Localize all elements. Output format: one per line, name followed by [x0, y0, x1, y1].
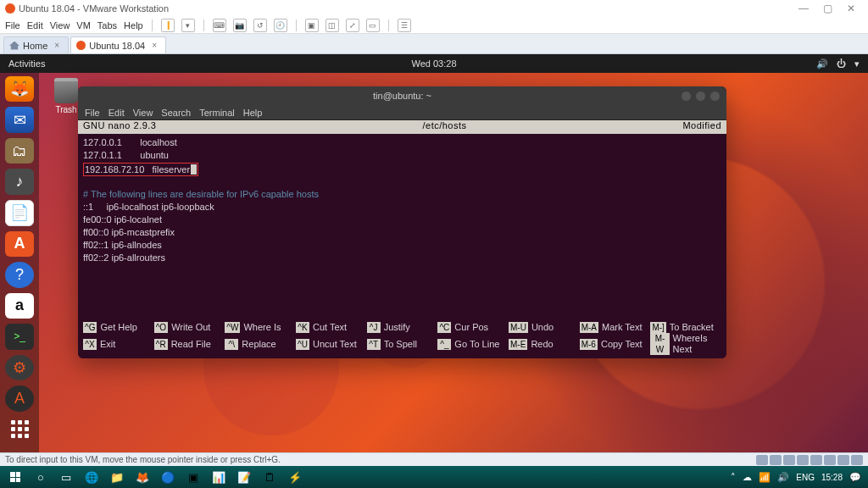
windows-system-tray[interactable]: ˄ ☁ 📶 🔊 ENG 15:28 💬 — [731, 472, 865, 483]
term-menu-help[interactable]: Help — [243, 108, 263, 118]
vmware-menubar: File Edit View VM Tabs Help || ▾ ⌨ 📷 ↺ 🕘… — [0, 17, 868, 34]
hosts-ipv6-line: fe00::0 ip6-localnet — [83, 214, 162, 225]
chevron-down-icon[interactable]: ▾ — [854, 58, 860, 69]
library-button[interactable]: ☰ — [398, 19, 411, 32]
taskbar-app1[interactable]: 📊 — [207, 468, 231, 486]
nano-header: GNU nano 2.9.3 /etc/hosts Modified — [78, 120, 726, 134]
nano-shortcut: ^XExit — [83, 333, 154, 355]
term-menu-edit[interactable]: Edit — [108, 108, 125, 118]
tray-onedrive-icon[interactable]: ☁ — [743, 472, 752, 483]
tray-language[interactable]: ENG — [796, 473, 815, 482]
vm-dropdown-button[interactable]: ▾ — [181, 19, 195, 32]
cortana-button[interactable]: ○ — [29, 468, 53, 486]
stretch-button[interactable]: ⤢ — [346, 19, 359, 32]
term-menu-view[interactable]: View — [133, 108, 153, 118]
vmware-status-bar: To direct input to this VM, move the mou… — [0, 452, 868, 466]
nano-shortcut: ^OWrite Out — [154, 322, 225, 333]
device-misc-icon[interactable] — [851, 455, 863, 465]
show-applications-button[interactable] — [5, 417, 34, 442]
menu-file[interactable]: File — [5, 20, 20, 30]
tray-volume-icon[interactable]: 🔊 — [777, 472, 789, 483]
manage-snapshot-button[interactable]: 🕘 — [274, 19, 287, 32]
nano-state: Modified — [637, 120, 721, 134]
menu-edit[interactable]: Edit — [27, 20, 43, 30]
system-tray[interactable]: 🔊 ⏻ ▾ — [816, 58, 860, 69]
taskbar-chrome[interactable]: 🔵 — [156, 468, 180, 486]
dock-libreoffice-writer[interactable]: 📄 — [5, 200, 34, 226]
dock-rhythmbox[interactable]: ♪ — [5, 169, 34, 194]
window-maximize-icon[interactable] — [696, 92, 705, 101]
tray-wifi-icon[interactable]: 📶 — [759, 472, 771, 483]
device-hdd-icon[interactable] — [756, 455, 768, 465]
power-icon[interactable]: ⏻ — [837, 58, 846, 69]
task-view-button[interactable]: ▭ — [54, 468, 78, 486]
taskbar-firefox[interactable]: 🦊 — [131, 468, 154, 486]
start-button[interactable] — [3, 468, 27, 486]
nano-editor-body[interactable]: 127.0.0.1 localhost 127.0.1.1 ubuntu 192… — [78, 134, 726, 320]
dock-firefox[interactable]: 🦊 — [5, 76, 34, 102]
nano-shortcut: M-AMark Text — [580, 322, 651, 333]
window-close-icon[interactable] — [710, 92, 720, 101]
pause-vm-button[interactable]: || — [161, 19, 175, 32]
term-menu-terminal[interactable]: Terminal — [199, 108, 235, 118]
device-usb-icon[interactable] — [797, 455, 809, 465]
dock-files[interactable]: 🗂 — [5, 138, 34, 164]
dock-terminal[interactable]: >_ — [5, 324, 34, 349]
nano-shortcut: ^RRead File — [154, 333, 225, 355]
activities-button[interactable]: Activities — [8, 58, 45, 69]
close-button[interactable]: ✕ — [839, 3, 863, 14]
nano-shortcut: M-6Copy Text — [580, 333, 651, 355]
device-cd-icon[interactable] — [770, 455, 782, 465]
menu-help[interactable]: Help — [124, 20, 143, 30]
unity-button[interactable]: ◫ — [326, 19, 339, 32]
menu-vm[interactable]: VM — [76, 20, 91, 30]
tray-chevron-up-icon[interactable]: ˄ — [731, 472, 736, 483]
taskbar-app2[interactable]: 📝 — [232, 468, 256, 486]
taskbar-vmware[interactable]: ▣ — [181, 468, 205, 486]
dock-settings[interactable]: ⚙ — [5, 355, 34, 380]
send-ctrl-alt-del-button[interactable]: ⌨ — [213, 19, 226, 32]
taskbar-explorer[interactable]: 📁 — [105, 468, 129, 486]
tray-notifications-icon[interactable]: 💬 — [849, 472, 861, 483]
snapshot-button[interactable]: 📷 — [233, 19, 247, 32]
tab-ubuntu-label: Ubuntu 18.04 — [89, 41, 145, 51]
tab-ubuntu[interactable]: Ubuntu 18.04 × — [70, 36, 166, 53]
dock-amazon[interactable]: a — [5, 293, 34, 319]
hosts-line-highlighted: 192.168.72.10 fileserver — [83, 163, 198, 176]
nano-shortcut: ^_Go To Line — [437, 333, 509, 355]
close-icon[interactable]: × — [152, 41, 157, 50]
nano-shortcut: ^KCut Text — [296, 322, 367, 333]
close-icon[interactable]: × — [54, 41, 59, 50]
console-button[interactable]: ▭ — [366, 19, 380, 32]
terminal-window[interactable]: tin@ubuntu: ~ File Edit View Search Term… — [78, 86, 726, 358]
hosts-ipv6-line: ff02::2 ip6-allrouters — [83, 252, 165, 263]
fullscreen-button[interactable]: ▣ — [305, 19, 319, 32]
device-printer-icon[interactable] — [824, 455, 836, 465]
dock-thunderbird[interactable]: ✉ — [5, 107, 34, 132]
maximize-button[interactable]: ▢ — [815, 3, 839, 14]
taskbar-app4[interactable]: ⚡ — [283, 468, 307, 486]
tray-clock[interactable]: 15:28 — [821, 473, 843, 482]
terminal-titlebar[interactable]: tin@ubuntu: ~ — [78, 86, 726, 105]
dock-ubuntu-software[interactable]: A — [5, 231, 34, 257]
term-menu-search[interactable]: Search — [161, 108, 191, 118]
taskbar-app3[interactable]: 🗒 — [258, 468, 281, 486]
device-sound-icon[interactable] — [810, 455, 822, 465]
dock-help[interactable]: ? — [5, 262, 34, 287]
hosts-ipv6-line: ::1 ip6-localhost ip6-loopback — [83, 202, 214, 212]
ubuntu-desktop[interactable]: Activities Wed 03:28 🔊 ⏻ ▾ 🦊 ✉ 🗂 ♪ 📄 A ?… — [0, 54, 868, 452]
menu-tabs[interactable]: Tabs — [97, 20, 117, 30]
minimize-button[interactable]: — — [792, 3, 815, 14]
device-display-icon[interactable] — [837, 455, 849, 465]
device-net-icon[interactable] — [783, 455, 795, 465]
window-minimize-icon[interactable] — [682, 92, 691, 101]
taskbar-edge[interactable]: 🌐 — [80, 468, 103, 486]
nano-shortcut: M-]To Bracket — [650, 322, 721, 333]
menu-view[interactable]: View — [50, 20, 70, 30]
term-menu-file[interactable]: File — [85, 108, 100, 118]
tab-home[interactable]: Home × — [3, 36, 69, 53]
volume-icon[interactable]: 🔊 — [816, 58, 828, 69]
dock-software-updater[interactable]: A — [5, 385, 34, 411]
revert-button[interactable]: ↺ — [253, 19, 267, 32]
clock[interactable]: Wed 03:28 — [411, 58, 456, 69]
